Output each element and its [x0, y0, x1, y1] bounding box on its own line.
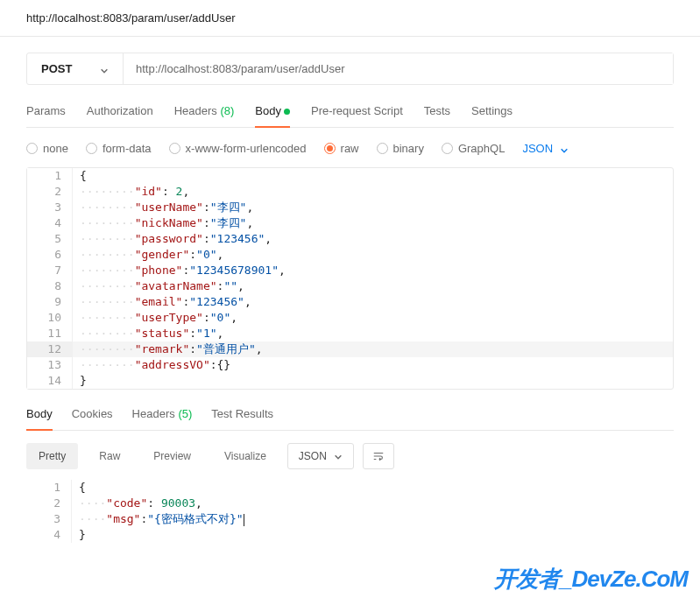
- chevron-down-icon: [560, 144, 569, 153]
- resp-format-select[interactable]: JSON: [287, 443, 354, 469]
- radio-urlencoded[interactable]: x-www-form-urlencoded: [169, 142, 307, 155]
- tab-pre-request[interactable]: Pre-request Script: [311, 99, 403, 127]
- code-line[interactable]: 7········"phone":"12345678901",: [27, 263, 673, 278]
- tab-body[interactable]: Body: [255, 99, 290, 128]
- method-label: POST: [41, 62, 72, 75]
- response-tabs: Body Cookies Headers (5) Test Results: [26, 405, 674, 431]
- code-line[interactable]: 1{: [27, 168, 673, 184]
- visualize-button[interactable]: Visualize: [212, 443, 279, 469]
- code-line[interactable]: 4········"nickName":"李四",: [27, 215, 673, 231]
- tab-tests[interactable]: Tests: [424, 99, 450, 127]
- code-line[interactable]: 10········"userType":"0",: [27, 310, 673, 326]
- radio-none[interactable]: none: [26, 142, 68, 155]
- header-url-text: http://localhost:8083/param/user/addUser: [26, 11, 235, 25]
- body-format-select[interactable]: JSON: [522, 142, 569, 155]
- code-line[interactable]: 9········"email":"123456",: [27, 294, 673, 310]
- request-body-editor[interactable]: 1{2········"id": 2,3········"userName":"…: [26, 167, 674, 390]
- code-line[interactable]: 11········"status":"1",: [27, 326, 673, 341]
- resp-tab-headers[interactable]: Headers (5): [132, 405, 193, 430]
- method-select[interactable]: POST: [27, 53, 124, 84]
- code-line[interactable]: 2····"code": 90003,: [26, 496, 674, 511]
- code-line[interactable]: 5········"password":"123456",: [27, 231, 673, 247]
- radio-binary[interactable]: binary: [377, 142, 424, 155]
- code-line[interactable]: 3····"msg":"{密码格式不对}": [26, 511, 674, 527]
- tab-settings[interactable]: Settings: [471, 99, 513, 127]
- radio-form-data[interactable]: form-data: [86, 142, 152, 155]
- code-line[interactable]: 12········"remark":"普通用户",: [27, 341, 673, 357]
- code-line[interactable]: 6········"gender":"0",: [27, 247, 673, 263]
- request-row: POST: [26, 53, 674, 85]
- tab-headers[interactable]: Headers (8): [174, 99, 235, 127]
- code-line[interactable]: 3········"userName":"李四",: [27, 200, 673, 215]
- chevron-down-icon: [334, 452, 343, 461]
- preview-button[interactable]: Preview: [141, 443, 203, 469]
- pretty-button[interactable]: Pretty: [26, 443, 78, 469]
- raw-button[interactable]: Raw: [87, 443, 132, 469]
- header-url: http://localhost:8083/param/user/addUser: [0, 0, 700, 37]
- wrap-lines-button[interactable]: [363, 443, 394, 469]
- chevron-down-icon: [100, 65, 109, 74]
- response-body-editor[interactable]: 1{2····"code": 90003,3····"msg":"{密码格式不对…: [26, 480, 674, 560]
- resp-tab-cookies[interactable]: Cookies: [72, 405, 113, 430]
- tab-params[interactable]: Params: [26, 99, 66, 127]
- radio-graphql[interactable]: GraphQL: [442, 142, 505, 155]
- tab-authorization[interactable]: Authorization: [87, 99, 153, 127]
- request-tabs: Params Authorization Headers (8) Body Pr…: [26, 99, 674, 128]
- code-line[interactable]: 13········"addressVO":{}: [27, 357, 673, 373]
- code-line[interactable]: 14}: [27, 373, 673, 389]
- code-line[interactable]: 2········"id": 2,: [27, 184, 673, 200]
- url-input[interactable]: [124, 53, 673, 84]
- resp-tab-body[interactable]: Body: [26, 405, 53, 431]
- body-modified-indicator: [284, 109, 290, 115]
- body-type-row: none form-data x-www-form-urlencoded raw…: [26, 138, 674, 167]
- resp-tab-test-results[interactable]: Test Results: [211, 405, 273, 430]
- response-toolbar: Pretty Raw Preview Visualize JSON: [26, 443, 674, 469]
- radio-raw[interactable]: raw: [324, 142, 359, 155]
- code-line[interactable]: 1{: [26, 480, 674, 496]
- code-line[interactable]: 4}: [26, 527, 674, 543]
- code-line[interactable]: 8········"avatarName":"",: [27, 278, 673, 294]
